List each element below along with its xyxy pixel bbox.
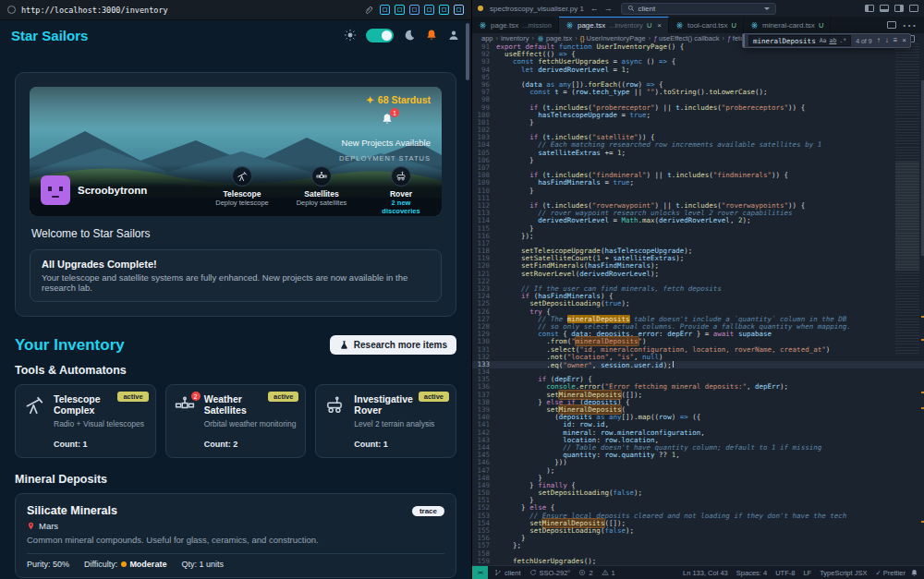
close-icon[interactable]: ×: [902, 37, 906, 44]
status-item[interactable]: Spaces: 4: [736, 569, 767, 577]
command-center-search[interactable]: client: [621, 3, 776, 15]
status-item[interactable]: Ln 133, Col 43: [683, 569, 728, 577]
status-item[interactable]: TypeScript JSX: [820, 569, 867, 577]
notification-count-badge: 1: [390, 108, 399, 117]
editor-tab[interactable]: page.tsx...mission: [472, 17, 559, 33]
breadcrumb-item[interactable]: inventory: [501, 34, 529, 42]
status-label: 2: [589, 569, 592, 577]
forward-icon[interactable]: →: [604, 4, 613, 13]
find-input[interactable]: mineralDeposits Aa ab .*: [748, 35, 851, 46]
status-left-items: clientSSO-292°21: [488, 569, 615, 577]
avatar[interactable]: [41, 175, 70, 205]
code-line[interactable]: 132 .not("location", "is", null): [472, 354, 924, 361]
regex-icon[interactable]: .*: [839, 37, 846, 44]
breadcrumb-item[interactable]: page.tsx: [537, 34, 572, 42]
tab-label: page.tsx: [491, 21, 518, 30]
editor-tab[interactable]: tool-card.tsxU: [669, 17, 744, 33]
code-line[interactable]: 101 }: [472, 119, 924, 127]
toggle-secondary-sidebar-icon[interactable]: [894, 5, 904, 12]
code-area[interactable]: 91export default function UserInventoryP…: [472, 43, 924, 565]
code-line[interactable]: 116 });: [472, 233, 924, 240]
split-editor-icon[interactable]: [887, 21, 896, 29]
whole-word-icon[interactable]: ab: [829, 37, 836, 44]
code-line[interactable]: 94 let derivedRoverLevel = 1;: [472, 66, 924, 74]
find-in-selection-icon[interactable]: ≡: [894, 37, 898, 44]
map-pin-icon: [27, 522, 35, 530]
match-case-icon[interactable]: Aa: [820, 37, 827, 44]
extensions-icon[interactable]: [409, 5, 419, 15]
code-editor[interactable]: 91export default function UserInventoryP…: [472, 43, 924, 565]
moon-icon: [403, 29, 416, 42]
deployment-stat[interactable]: TelescopeDeploy telescope: [213, 166, 272, 215]
code-line[interactable]: 109 hasFindMinerals = true;: [472, 179, 924, 187]
code-line[interactable]: 157 };: [472, 542, 924, 549]
page-scrollbar[interactable]: [466, 23, 469, 80]
code-line[interactable]: 115 }: [472, 225, 924, 233]
status-item[interactable]: UTF-8: [775, 569, 795, 577]
tool-description: Level 2 terrain analysis: [354, 419, 447, 428]
code-line[interactable]: 100 hasTelescopeUpgrade = true;: [472, 112, 924, 119]
paperclip-icon[interactable]: [363, 5, 374, 16]
status-item[interactable]: LF: [803, 569, 811, 577]
deployment-stat[interactable]: SatellitesDeploy satellites: [292, 166, 351, 215]
active-badge: active: [419, 392, 449, 402]
browser-extension-icons[interactable]: [380, 5, 464, 15]
editor-tab[interactable]: mineral-card.tsxU: [744, 17, 831, 33]
remote-indicator[interactable]: ><: [472, 566, 488, 579]
code-line[interactable]: 110 }: [472, 187, 924, 195]
deployment-stat[interactable]: Rover2 new discoveries: [371, 166, 431, 215]
screenshot-icon[interactable]: [380, 5, 390, 15]
editor-tab[interactable]: page.tsx...inventoryU×: [559, 17, 669, 33]
code-line[interactable]: 133 .eq("owner", session.user.id);: [472, 361, 924, 368]
research-more-items-button[interactable]: Research more items: [330, 335, 456, 355]
code-line[interactable]: 150 setDepositLoading(false);: [472, 489, 924, 497]
next-match-icon[interactable]: ↓: [885, 37, 889, 44]
tool-card[interactable]: active2Weather SatellitesOrbital weather…: [165, 384, 307, 458]
back-icon[interactable]: ←: [590, 4, 599, 13]
status-error[interactable]: 2: [578, 569, 592, 577]
code-line[interactable]: 121 setRoverLevel(derivedRoverLevel);: [472, 271, 924, 278]
toggle-panel-icon[interactable]: [880, 5, 889, 12]
color-picker-icon[interactable]: [424, 5, 434, 15]
hero-bell-icon[interactable]: 1: [381, 113, 394, 126]
theme-toggle[interactable]: [366, 29, 394, 42]
breadcrumb-label: page.tsx: [546, 34, 572, 42]
code-line[interactable]: 156 }: [472, 535, 924, 542]
toggle-sidebar-icon[interactable]: [865, 5, 874, 12]
browser-address-bar: http://localhost:3000/inventory: [0, 0, 471, 20]
code-text: .not("location", "is", null): [496, 354, 663, 361]
vscode-titlebar: spectroscopy_visualiser.py 1 ← → client: [472, 0, 924, 17]
code-line[interactable]: 97 const t = (row.tech_type || "").toStr…: [472, 89, 924, 96]
status-sync[interactable]: SSO-292°: [529, 569, 571, 577]
previous-match-icon[interactable]: ↑: [877, 37, 881, 44]
status-warning[interactable]: 1: [602, 569, 615, 577]
code-line[interactable]: 159 fetchUserUpgrades();: [472, 558, 924, 565]
notifications-bell-icon[interactable]: [425, 29, 438, 42]
minimap-slider[interactable]: [895, 162, 919, 271]
status-branch[interactable]: client: [494, 569, 521, 577]
active-badge: active: [117, 392, 148, 402]
breadcrumb-item[interactable]: app: [481, 34, 493, 42]
close-icon[interactable]: ×: [657, 21, 662, 30]
user-profile-icon[interactable]: [447, 29, 460, 42]
mineral-card[interactable]: Silicate Minerals trace Mars Common mine…: [15, 493, 456, 578]
code-line[interactable]: 114 derivedRoverLevel = Math.max(derived…: [472, 217, 924, 224]
url-text[interactable]: http://localhost:3000/inventory: [21, 6, 168, 15]
status-bell-icon[interactable]: [910, 569, 924, 577]
devtools-icon[interactable]: [454, 5, 464, 15]
code-line[interactable]: 106 }: [472, 157, 924, 164]
tool-card[interactable]: activeTelescope ComplexRadio + Visual te…: [15, 384, 156, 458]
breadcrumb-item[interactable]: ƒuseEffect() callback: [653, 34, 719, 42]
breadcrumb-item[interactable]: {}UserInventoryPage: [580, 34, 646, 42]
more-actions-icon[interactable]: ⋯: [902, 17, 917, 34]
code-line[interactable]: 155 setDepositLoading(false);: [472, 527, 924, 535]
site-info-icon[interactable]: [7, 6, 16, 14]
customize-layout-icon[interactable]: [909, 5, 918, 12]
tool-card[interactable]: activeInvestigative RoverLevel 2 terrain…: [315, 384, 456, 458]
status-item[interactable]: ✓ Prettier: [875, 569, 906, 577]
layout-icon[interactable]: [439, 5, 449, 15]
code-line[interactable]: 105 satelliteExtras += 1;: [472, 150, 924, 157]
camera-icon[interactable]: [395, 5, 405, 15]
rover-icon: [324, 395, 346, 417]
react-icon: [675, 21, 684, 30]
